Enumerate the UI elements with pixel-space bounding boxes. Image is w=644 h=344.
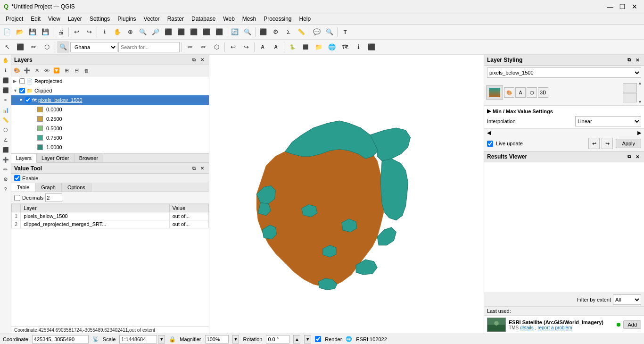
rotation-down-button[interactable]: ▼	[304, 335, 311, 344]
save-project-button[interactable]: 💾	[26, 26, 39, 38]
magnifier-dropdown-button[interactable]: ▼	[232, 335, 239, 344]
select-features-button[interactable]: ⬛	[1, 76, 10, 85]
process-button[interactable]: ⚙	[1, 175, 10, 184]
menu-vector[interactable]: Vector	[140, 13, 164, 24]
symbology-button[interactable]: 🎨	[504, 87, 514, 98]
apply-button[interactable]: Apply	[616, 139, 641, 148]
pointer-button[interactable]: ↖	[1, 41, 13, 53]
collapse-all-button[interactable]: ⊟	[72, 66, 81, 76]
minmax-expand-arrow[interactable]: ▶	[487, 108, 491, 114]
live-update-checkbox[interactable]	[487, 141, 493, 147]
minimize-button[interactable]: —	[604, 1, 616, 12]
vt-tab-options[interactable]: Options	[62, 183, 91, 192]
zoom-selection-button[interactable]: ⬛	[188, 26, 200, 38]
pan-map-button[interactable]: ⊕	[124, 26, 136, 38]
menu-raster[interactable]: Raster	[164, 13, 188, 24]
label-btn[interactable]: A	[256, 41, 269, 53]
add-layer-button[interactable]: ➕	[1, 155, 10, 164]
titlebar-controls[interactable]: — ❐ ✕	[604, 1, 640, 12]
esri-report-link[interactable]: report a problem	[537, 325, 572, 330]
zoom-full-button[interactable]: ⬛	[162, 26, 174, 38]
settings-button[interactable]: ⚙	[270, 26, 282, 38]
scroll-up-arrow[interactable]: ▲	[638, 81, 642, 85]
add-layer-button[interactable]: Add	[623, 320, 641, 329]
location-dropdown[interactable]: Ghana	[70, 42, 117, 52]
locate-button[interactable]: 🔍	[57, 41, 69, 53]
sigma-button[interactable]: Σ	[282, 26, 295, 38]
measure-angle-button[interactable]: ∠	[1, 135, 10, 144]
ramp-right-arrow[interactable]: ▶	[637, 130, 641, 136]
globe-button[interactable]: 🌐	[326, 41, 338, 53]
labeling-button[interactable]: A	[515, 87, 526, 98]
refresh-button[interactable]: 🔄	[229, 26, 241, 38]
select-feature-button[interactable]: ⬛	[14, 41, 26, 53]
menu-help[interactable]: Help	[296, 13, 315, 24]
menu-web[interactable]: Web	[219, 13, 238, 24]
layers-panel-header-buttons[interactable]: ⧉ ✕	[190, 56, 206, 64]
tree-checkbox-pixels[interactable]	[25, 97, 31, 103]
digitize-button[interactable]: ✏	[184, 41, 196, 53]
render-checkbox[interactable]	[315, 336, 321, 342]
map-canvas[interactable]	[209, 55, 484, 334]
scroll-down-arrow[interactable]: ▼	[638, 100, 642, 104]
help-button[interactable]: ?	[1, 185, 10, 194]
map-button[interactable]: 🗺	[339, 41, 351, 53]
open-attribute-table-button[interactable]: ≡	[1, 95, 10, 105]
layers-panel-close-button[interactable]: ✕	[198, 56, 206, 64]
zoom-out-button[interactable]: 🔎	[149, 26, 162, 38]
new-project-button[interactable]: 📄	[1, 26, 13, 38]
digitize-lt-button[interactable]: ✏	[1, 165, 10, 174]
vt-tab-graph[interactable]: Graph	[35, 183, 62, 192]
redo-styling-button[interactable]: ↪	[602, 138, 613, 149]
menu-processing[interactable]: Processing	[260, 13, 295, 24]
zoom-last-button[interactable]: ⬛	[200, 26, 213, 38]
info2-button[interactable]: ℹ	[352, 41, 364, 53]
zoom-next-button[interactable]: ⬛	[213, 26, 225, 38]
filter-layer-button[interactable]: 🔽	[52, 66, 61, 76]
rotation-input[interactable]	[266, 335, 289, 344]
ramp-left-arrow[interactable]: ◀	[487, 130, 491, 136]
remove-all-button[interactable]: 🗑	[82, 66, 91, 76]
layer-styling-close-button[interactable]: ✕	[634, 56, 641, 64]
topology-button[interactable]: ⬡	[210, 41, 223, 53]
menu-mesh[interactable]: Mesh	[239, 13, 260, 24]
measure-distance-button[interactable]: 📏	[1, 115, 10, 125]
expand-all-button[interactable]: ⊞	[62, 66, 71, 76]
results-viewer-close-button[interactable]: ✕	[634, 153, 641, 160]
undo-button[interactable]: ↩	[70, 26, 83, 38]
menu-database[interactable]: Database	[188, 13, 219, 24]
menu-layer[interactable]: Layer	[64, 13, 86, 24]
mask-button[interactable]: ⬡	[527, 87, 537, 98]
3d-button[interactable]: 3D	[538, 87, 548, 98]
search-input[interactable]	[118, 42, 180, 52]
identify-features-button[interactable]: ℹ	[1, 66, 10, 75]
zoom-in-button[interactable]: 🔍	[137, 26, 149, 38]
annotation-button[interactable]: 💬	[311, 26, 323, 38]
open-layer-styling-button[interactable]: 🎨	[12, 66, 22, 76]
quick-button[interactable]: ⬛	[299, 41, 312, 53]
menu-plugins[interactable]: Plugins	[114, 13, 140, 24]
results-viewer-float-button[interactable]: ⧉	[625, 153, 633, 160]
tree-item-clipped[interactable]: ▼ 📁 Clipped	[11, 86, 209, 95]
magnifier-input[interactable]	[205, 335, 229, 344]
tab-layer-order[interactable]: Layer Order	[37, 154, 74, 162]
rotation-up-button[interactable]: ▲	[293, 335, 300, 344]
esri-details-link[interactable]: details	[520, 325, 534, 330]
tree-checkbox-reprojected[interactable]	[19, 78, 25, 84]
print-button[interactable]: 🖨	[55, 26, 67, 38]
undo-styling-button[interactable]: ↩	[588, 138, 600, 149]
filter-combo[interactable]: All Current extent	[613, 294, 641, 305]
open-project-button[interactable]: 📂	[14, 26, 26, 38]
search-button[interactable]: 🔍	[323, 26, 336, 38]
maximize-button[interactable]: ❐	[617, 1, 628, 12]
edit-button[interactable]: ✏	[27, 41, 40, 53]
layers-panel-float-button[interactable]: ⧉	[190, 56, 198, 64]
deselect-button[interactable]: ⬛	[1, 85, 10, 95]
tab-browser[interactable]: Browser	[74, 154, 103, 162]
tree-item-reprojected[interactable]: ▶ 📄 Reprojected	[11, 76, 209, 86]
menu-project[interactable]: Project	[2, 13, 27, 24]
spatial-query-button[interactable]: ⬛	[1, 145, 10, 154]
results-viewer-buttons[interactable]: ⧉ ✕	[625, 153, 641, 160]
touch-button[interactable]: ✋	[1, 56, 10, 65]
identify-button[interactable]: ℹ	[99, 26, 111, 38]
